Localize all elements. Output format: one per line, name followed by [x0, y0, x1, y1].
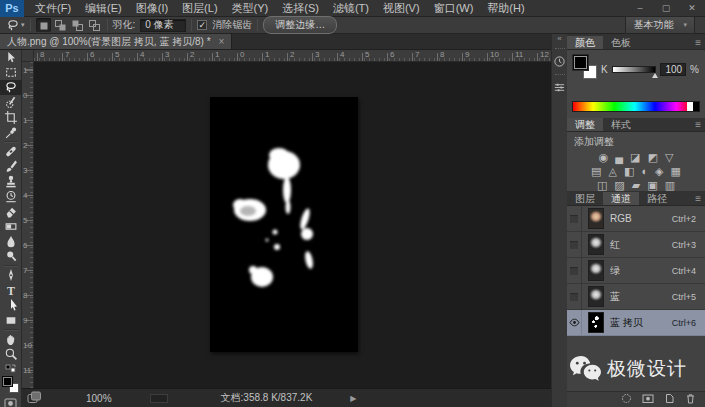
- tab-通道[interactable]: 通道: [603, 192, 639, 205]
- intersect-selection-icon[interactable]: [87, 18, 102, 32]
- new-channel-icon[interactable]: [664, 393, 675, 406]
- menu-item[interactable]: 编辑(E): [78, 0, 129, 17]
- vertical-ruler[interactable]: 101234567891011: [22, 62, 34, 388]
- menu-item[interactable]: 图层(L): [175, 0, 224, 17]
- tab-图层[interactable]: 图层: [567, 192, 603, 205]
- panel-menu-icon[interactable]: ≡: [691, 36, 705, 49]
- save-selection-as-channel-icon[interactable]: [642, 393, 654, 406]
- dock-drag-handle[interactable]: [555, 48, 565, 51]
- color-lookup-icon[interactable]: ▦: [671, 164, 681, 178]
- move-tool[interactable]: [0, 50, 22, 65]
- load-channel-selection-icon[interactable]: [621, 393, 632, 406]
- quick-selection-tool[interactable]: [0, 95, 22, 110]
- canvas-document[interactable]: [210, 97, 358, 352]
- visibility-toggle[interactable]: [567, 258, 582, 284]
- levels-icon[interactable]: ▄: [615, 150, 623, 164]
- blur-tool[interactable]: [0, 234, 22, 249]
- channel-row-绿[interactable]: 绿Ctrl+4: [567, 258, 705, 284]
- delete-channel-icon[interactable]: [685, 393, 696, 406]
- foreground-color-swatch[interactable]: [573, 55, 588, 70]
- eyedropper-tool[interactable]: [0, 125, 22, 140]
- swap-colors-icon[interactable]: [5, 364, 17, 374]
- curves-icon[interactable]: ◪: [630, 150, 640, 164]
- gradient-map-icon[interactable]: ▥: [665, 178, 675, 192]
- channel-row-蓝[interactable]: 蓝Ctrl+5: [567, 284, 705, 310]
- history-brush-tool[interactable]: [0, 189, 22, 204]
- panel-menu-icon[interactable]: ≡: [691, 192, 705, 205]
- visibility-toggle[interactable]: [567, 232, 582, 258]
- spot-healing-tool[interactable]: [0, 144, 22, 159]
- tab-颜色[interactable]: 颜色: [567, 36, 603, 49]
- lasso-tool[interactable]: [0, 80, 22, 95]
- add-to-selection-icon[interactable]: [53, 18, 68, 32]
- tab-样式[interactable]: 样式: [603, 118, 639, 131]
- k-channel-slider[interactable]: [612, 66, 656, 73]
- foreground-color-swatch[interactable]: [2, 376, 13, 387]
- zoom-level-field[interactable]: 100%: [86, 393, 112, 404]
- channel-row-RGB[interactable]: RGBCtrl+2: [567, 206, 705, 232]
- photo-filter-icon[interactable]: ◐: [641, 164, 648, 178]
- dock-drag-handle[interactable]: [555, 74, 565, 77]
- eraser-tool[interactable]: [0, 204, 22, 219]
- visibility-toggle[interactable]: [567, 284, 582, 310]
- channel-row-蓝 拷贝[interactable]: 蓝 拷贝Ctrl+6: [567, 310, 705, 336]
- zoom-tool[interactable]: [0, 347, 22, 362]
- ruler-origin-corner[interactable]: [22, 50, 34, 62]
- tool-preset-dropdown-icon[interactable]: ▾: [21, 21, 25, 29]
- slider-marker[interactable]: [652, 73, 658, 78]
- brush-tool[interactable]: [0, 159, 22, 174]
- hand-tool[interactable]: [0, 332, 22, 347]
- close-button[interactable]: ✕: [679, 0, 705, 17]
- clone-stamp-tool[interactable]: [0, 174, 22, 189]
- menu-item[interactable]: 类型(Y): [225, 0, 276, 17]
- subtract-from-selection-icon[interactable]: [70, 18, 85, 32]
- invert-icon[interactable]: ◫: [597, 178, 607, 192]
- black-white-icon[interactable]: ◧: [624, 164, 634, 178]
- minimize-button[interactable]: –: [627, 0, 653, 17]
- expand-dock-icon[interactable]: «: [557, 34, 561, 44]
- channel-mixer-icon[interactable]: ◈: [655, 164, 663, 178]
- workspace-switcher[interactable]: 基本功能 ▾: [625, 16, 695, 34]
- menu-item[interactable]: 图像(I): [129, 0, 175, 17]
- maximize-button[interactable]: ▢: [653, 0, 679, 17]
- visibility-toggle[interactable]: [567, 206, 582, 232]
- dodge-tool[interactable]: [0, 249, 22, 264]
- tab-色板[interactable]: 色板: [603, 36, 639, 49]
- tab-close-icon[interactable]: ×: [219, 36, 225, 47]
- quick-mask-button[interactable]: [0, 396, 22, 407]
- feather-input[interactable]: 0 像素: [140, 19, 186, 32]
- path-selection-tool[interactable]: [0, 298, 22, 313]
- pen-tool[interactable]: [0, 268, 22, 283]
- black-swatch[interactable]: [693, 102, 699, 111]
- new-selection-icon[interactable]: [36, 18, 51, 32]
- tab-调整[interactable]: 调整: [567, 118, 603, 131]
- color-spectrum-ramp[interactable]: [572, 101, 700, 112]
- color-balance-icon[interactable]: ◬: [609, 164, 617, 178]
- antialias-checkbox[interactable]: ✓: [197, 20, 207, 30]
- menu-item[interactable]: 帮助(H): [480, 0, 531, 17]
- properties-panel-icon[interactable]: [552, 79, 567, 96]
- visibility-toggle[interactable]: [567, 310, 582, 336]
- vibrance-icon[interactable]: ▽: [665, 150, 673, 164]
- shape-tool[interactable]: [0, 313, 22, 328]
- panel-menu-icon[interactable]: ≡: [691, 118, 705, 131]
- selective-color-icon[interactable]: ▣: [647, 178, 657, 192]
- gradient-tool[interactable]: [0, 219, 22, 234]
- panel-color-swatches[interactable]: [573, 55, 597, 79]
- type-tool[interactable]: T: [0, 283, 22, 298]
- hue-saturation-icon[interactable]: ▤: [591, 164, 601, 178]
- lasso-tool-preset-icon[interactable]: ▾: [6, 19, 25, 32]
- threshold-icon[interactable]: ▰: [632, 178, 640, 192]
- menu-item[interactable]: 滤镜(T): [326, 0, 376, 17]
- layers-stack-icon[interactable]: [27, 391, 42, 406]
- posterize-icon[interactable]: ▨: [614, 178, 624, 192]
- horizontal-ruler[interactable]: 876543210123456789101112: [34, 50, 551, 62]
- tab-路径[interactable]: 路径: [639, 192, 675, 205]
- document-tab[interactable]: 人物.png @ 100%(背景图层 拷贝, 蓝 拷贝/8) * ×: [0, 34, 232, 49]
- k-value-field[interactable]: 100: [660, 63, 686, 76]
- exposure-icon[interactable]: ◩: [647, 150, 657, 164]
- color-swatches[interactable]: [2, 376, 19, 393]
- history-panel-icon[interactable]: [552, 53, 567, 70]
- menu-item[interactable]: 窗口(W): [427, 0, 481, 17]
- brightness-contrast-icon[interactable]: ◉: [599, 150, 609, 164]
